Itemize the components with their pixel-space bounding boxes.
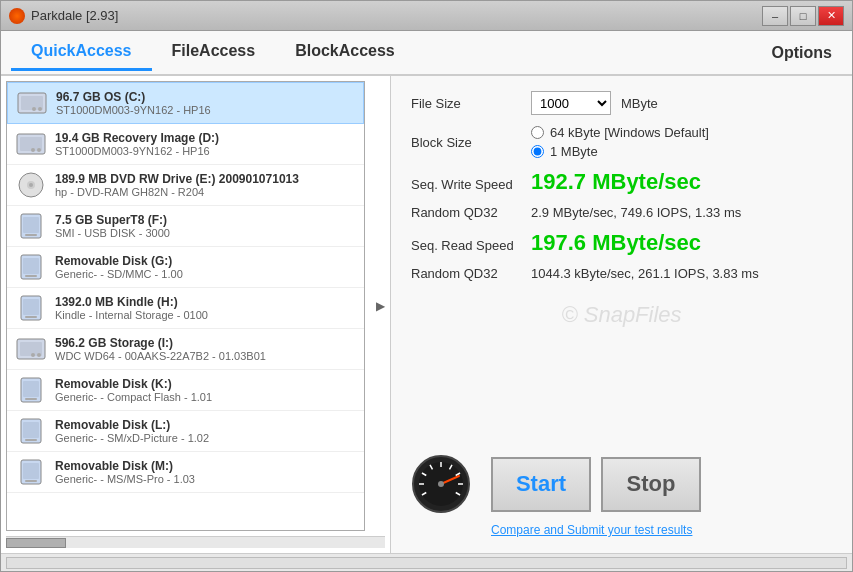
drive-name-g: Removable Disk (G:) bbox=[55, 254, 356, 268]
block-size-options: 64 kByte [Windows Default] 1 MByte bbox=[531, 125, 709, 159]
random-write-value: 2.9 MByte/sec, 749.6 IOPS, 1.33 ms bbox=[531, 205, 741, 220]
drive-item-m[interactable]: Removable Disk (M:) Generic- - MS/MS-Pro… bbox=[7, 452, 364, 493]
main-content: 96.7 GB OS (C:) ST1000DM003-9YN162 - HP1… bbox=[1, 76, 852, 553]
drive-item-k[interactable]: Removable Disk (K:) Generic- - Compact F… bbox=[7, 370, 364, 411]
seq-read-value: 197.6 MByte/sec bbox=[531, 230, 701, 256]
app-window: Parkdale [2.93] – □ ✕ QuickAccess FileAc… bbox=[0, 0, 853, 572]
svg-rect-28 bbox=[23, 422, 39, 438]
bottom-bar bbox=[1, 553, 852, 571]
svg-rect-12 bbox=[23, 217, 39, 233]
drive-item-h[interactable]: 1392.0 MB Kindle (H:) Kindle - Internal … bbox=[7, 288, 364, 329]
close-button[interactable]: ✕ bbox=[818, 6, 844, 26]
list-horizontal-scrollbar[interactable] bbox=[6, 536, 385, 548]
title-bar-left: Parkdale [2.93] bbox=[9, 8, 118, 24]
svg-rect-31 bbox=[23, 463, 39, 479]
drive-name-f: 7.5 GB SuperT8 (F:) bbox=[55, 213, 356, 227]
drive-list[interactable]: 96.7 GB OS (C:) ST1000DM003-9YN162 - HP1… bbox=[6, 81, 365, 531]
drive-info-d: 19.4 GB Recovery Image (D:) ST1000DM003-… bbox=[55, 131, 356, 157]
random-read-value: 1044.3 kByte/sec, 261.1 IOPS, 3.83 ms bbox=[531, 266, 759, 281]
scrollbar-thumb bbox=[6, 538, 66, 548]
drive-icon-c bbox=[16, 89, 48, 117]
drive-name-d: 19.4 GB Recovery Image (D:) bbox=[55, 131, 356, 145]
drive-info-k: Removable Disk (K:) Generic- - Compact F… bbox=[55, 377, 356, 403]
svg-point-6 bbox=[37, 148, 41, 152]
drive-info-g: Removable Disk (G:) Generic- - SD/MMC - … bbox=[55, 254, 356, 280]
svg-rect-32 bbox=[25, 480, 37, 482]
drive-item-d[interactable]: 19.4 GB Recovery Image (D:) ST1000DM003-… bbox=[7, 124, 364, 165]
radio-1mb-label: 1 MByte bbox=[550, 144, 598, 159]
file-size-row: File Size 1000 500 2000 MByte bbox=[411, 91, 832, 115]
seq-read-label: Seq. Read Speed bbox=[411, 238, 521, 253]
seq-write-row: Seq. Write Speed 192.7 MByte/sec bbox=[411, 169, 832, 195]
tab-bar: QuickAccess FileAccess BlockAccess Optio… bbox=[1, 31, 852, 76]
drive-item-c[interactable]: 96.7 GB OS (C:) ST1000DM003-9YN162 - HP1… bbox=[7, 82, 364, 124]
svg-point-2 bbox=[38, 107, 42, 111]
radio-64kb[interactable] bbox=[531, 126, 544, 139]
random-write-row: Random QD32 2.9 MByte/sec, 749.6 IOPS, 1… bbox=[411, 205, 832, 220]
tab-quick-access[interactable]: QuickAccess bbox=[11, 34, 152, 71]
compare-link[interactable]: Compare and Submit your test results bbox=[491, 523, 692, 537]
drive-name-m: Removable Disk (M:) bbox=[55, 459, 356, 473]
seq-write-label: Seq. Write Speed bbox=[411, 177, 521, 192]
app-icon bbox=[9, 8, 25, 24]
drive-info-l: Removable Disk (L:) Generic- - SM/xD-Pic… bbox=[55, 418, 356, 444]
drive-icon-i bbox=[15, 335, 47, 363]
list-scroll-right[interactable]: ▶ bbox=[370, 76, 390, 536]
drive-info-i: 596.2 GB Storage (I:) WDC WD64 - 00AAKS-… bbox=[55, 336, 356, 362]
file-size-label: File Size bbox=[411, 96, 521, 111]
watermark: © SnapFiles bbox=[561, 302, 681, 328]
seq-write-value: 192.7 MByte/sec bbox=[531, 169, 701, 195]
random-write-label: Random QD32 bbox=[411, 205, 521, 220]
left-panel: 96.7 GB OS (C:) ST1000DM003-9YN162 - HP1… bbox=[1, 76, 391, 553]
drive-item-e[interactable]: 189.9 MB DVD RW Drive (E:) 200901071013 … bbox=[7, 165, 364, 206]
drive-detail-m: Generic- - MS/MS-Pro - 1.03 bbox=[55, 473, 356, 485]
drive-icon-e bbox=[15, 171, 47, 199]
drive-name-c: 96.7 GB OS (C:) bbox=[56, 90, 355, 104]
bottom-scrollbar[interactable] bbox=[6, 557, 847, 569]
drive-item-g[interactable]: Removable Disk (G:) Generic- - SD/MMC - … bbox=[7, 247, 364, 288]
title-bar: Parkdale [2.93] – □ ✕ bbox=[1, 1, 852, 31]
drive-icon-k bbox=[15, 376, 47, 404]
maximize-button[interactable]: □ bbox=[790, 6, 816, 26]
drive-detail-k: Generic- - Compact Flash - 1.01 bbox=[55, 391, 356, 403]
drive-item-i[interactable]: 596.2 GB Storage (I:) WDC WD64 - 00AAKS-… bbox=[7, 329, 364, 370]
file-size-unit: MByte bbox=[621, 96, 658, 111]
tab-options[interactable]: Options bbox=[762, 36, 842, 70]
tab-block-access[interactable]: BlockAccess bbox=[275, 34, 415, 71]
svg-point-45 bbox=[438, 481, 444, 487]
drive-icon-l bbox=[15, 417, 47, 445]
svg-point-10 bbox=[29, 183, 33, 187]
drive-detail-h: Kindle - Internal Storage - 0100 bbox=[55, 309, 356, 321]
minimize-button[interactable]: – bbox=[762, 6, 788, 26]
drive-icon-h bbox=[15, 294, 47, 322]
radio-1mb[interactable] bbox=[531, 145, 544, 158]
svg-rect-16 bbox=[25, 275, 37, 277]
stop-button[interactable]: Stop bbox=[601, 457, 701, 512]
tab-file-access[interactable]: FileAccess bbox=[152, 34, 276, 71]
drive-detail-l: Generic- - SM/xD-Picture - 1.02 bbox=[55, 432, 356, 444]
block-size-row: Block Size 64 kByte [Windows Default] 1 … bbox=[411, 125, 832, 159]
drive-detail-e: hp - DVD-RAM GH82N - R204 bbox=[55, 186, 356, 198]
file-size-select[interactable]: 1000 500 2000 bbox=[531, 91, 611, 115]
drive-icon-f bbox=[15, 212, 47, 240]
svg-point-23 bbox=[31, 353, 35, 357]
start-button[interactable]: Start bbox=[491, 457, 591, 512]
drive-info-f: 7.5 GB SuperT8 (F:) SMI - USB DISK - 300… bbox=[55, 213, 356, 239]
drive-item-f[interactable]: 7.5 GB SuperT8 (F:) SMI - USB DISK - 300… bbox=[7, 206, 364, 247]
window-controls: – □ ✕ bbox=[762, 6, 844, 26]
seq-read-row: Seq. Read Speed 197.6 MByte/sec bbox=[411, 230, 832, 256]
random-read-row: Random QD32 1044.3 kByte/sec, 261.1 IOPS… bbox=[411, 266, 832, 281]
drive-info-c: 96.7 GB OS (C:) ST1000DM003-9YN162 - HP1… bbox=[56, 90, 355, 116]
svg-rect-29 bbox=[25, 439, 37, 441]
radio-row-64kb: 64 kByte [Windows Default] bbox=[531, 125, 709, 140]
drive-info-e: 189.9 MB DVD RW Drive (E:) 200901071013 … bbox=[55, 172, 356, 198]
drive-icon-m bbox=[15, 458, 47, 486]
svg-rect-25 bbox=[23, 381, 39, 397]
drive-item-l[interactable]: Removable Disk (L:) Generic- - SM/xD-Pic… bbox=[7, 411, 364, 452]
radio-row-1mb: 1 MByte bbox=[531, 144, 709, 159]
drive-name-k: Removable Disk (K:) bbox=[55, 377, 356, 391]
radio-64kb-label: 64 kByte [Windows Default] bbox=[550, 125, 709, 140]
block-size-label: Block Size bbox=[411, 135, 521, 150]
gauge-icon bbox=[411, 454, 471, 514]
drive-detail-c: ST1000DM003-9YN162 - HP16 bbox=[56, 104, 355, 116]
